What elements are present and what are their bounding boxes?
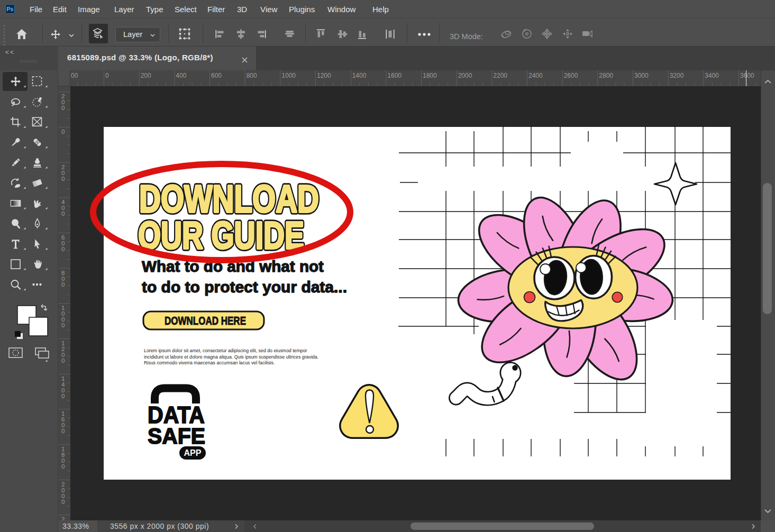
svg-text:0: 0 <box>61 129 65 135</box>
svg-text:0: 0 <box>105 72 109 79</box>
svg-text:200: 200 <box>141 72 151 79</box>
svg-text:2: 2 <box>61 516 65 520</box>
svg-text:0: 0 <box>61 322 65 328</box>
svg-text:0: 0 <box>61 105 65 111</box>
svg-text:2400: 2400 <box>528 72 543 79</box>
svg-text:Risus commodo viverra maecenas: Risus commodo viverra maecenas accumsan … <box>144 360 275 365</box>
svg-text:1400: 1400 <box>352 72 367 79</box>
svg-text:0: 0 <box>61 463 65 470</box>
svg-text:0: 0 <box>61 428 65 434</box>
svg-text:800: 800 <box>247 72 257 79</box>
svg-text:0: 0 <box>61 210 65 217</box>
svg-text:SAFE: SAFE <box>148 423 205 448</box>
svg-text:1800: 1800 <box>423 72 437 79</box>
svg-text:3000: 3000 <box>634 72 649 79</box>
svg-text:3200: 3200 <box>670 72 684 79</box>
svg-text:1000: 1000 <box>281 72 296 79</box>
svg-text:DOWNLOAD HERE: DOWNLOAD HERE <box>165 315 246 327</box>
svg-text:2200: 2200 <box>493 72 507 79</box>
svg-text:Lorem ipsum dolor sit amet, co: Lorem ipsum dolor sit amet, consectetur … <box>144 348 307 353</box>
svg-text:600: 600 <box>211 72 222 79</box>
svg-text:0: 0 <box>61 393 65 399</box>
svg-text:0: 0 <box>61 499 65 505</box>
svg-text:00: 00 <box>71 72 78 79</box>
svg-text:0: 0 <box>61 176 65 182</box>
svg-text:2800: 2800 <box>599 72 613 79</box>
svg-text:2600: 2600 <box>564 72 578 79</box>
svg-text:400: 400 <box>176 72 186 79</box>
svg-text:incididunt ut labore et dolore: incididunt ut labore et dolore magna ali… <box>144 354 318 360</box>
svg-text:1600: 1600 <box>387 72 402 79</box>
svg-text:1200: 1200 <box>317 72 331 79</box>
svg-text:to do to protect your data...: to do to protect your data... <box>142 279 347 296</box>
svg-text:0: 0 <box>61 281 65 288</box>
svg-text:2000: 2000 <box>458 72 472 79</box>
svg-text:0: 0 <box>61 357 65 364</box>
svg-text:3400: 3400 <box>705 72 719 79</box>
svg-text:OUR GUIDE: OUR GUIDE <box>138 214 304 256</box>
svg-text:0: 0 <box>61 246 65 252</box>
svg-text:APP: APP <box>184 448 202 457</box>
svg-text:3600: 3600 <box>740 72 754 79</box>
